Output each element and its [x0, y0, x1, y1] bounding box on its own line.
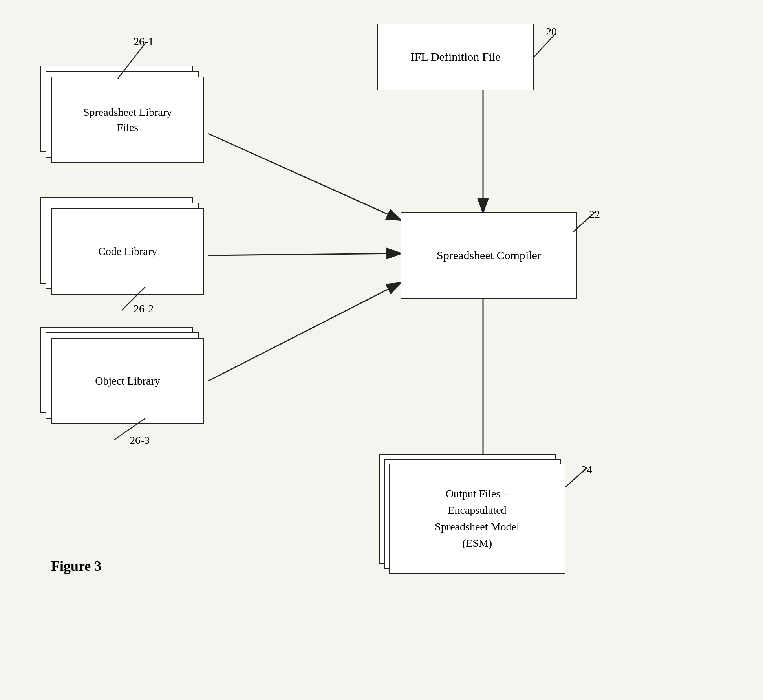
svg-line-9 [565, 467, 587, 487]
ref-26-1-line [110, 39, 157, 86]
object-library-label: Object Library [95, 373, 160, 388]
ifl-definition-file-box: IFL Definition File [377, 24, 534, 90]
output-files-label: Output Files –EncapsulatedSpreadsheet Mo… [435, 486, 519, 552]
spreadsheet-compiler-box: Spreadsheet Compiler [401, 212, 577, 299]
svg-line-11 [122, 287, 145, 310]
ref-22-line [569, 208, 601, 236]
svg-line-10 [118, 43, 145, 79]
diagram: IFL Definition File 20 Spreadsheet Compi… [0, 0, 763, 700]
spreadsheet-library-label: Spreadsheet LibraryFiles [83, 104, 172, 135]
figure-caption: Figure 3 [51, 558, 101, 574]
svg-line-4 [208, 134, 401, 220]
svg-line-5 [208, 253, 401, 255]
ref-26-2-line [114, 283, 161, 314]
svg-line-7 [534, 33, 556, 57]
svg-line-6 [208, 283, 401, 381]
ref-26-3-line [106, 414, 153, 446]
code-library-label: Code Library [98, 244, 157, 259]
svg-line-12 [114, 418, 145, 440]
ref-20-line [530, 29, 562, 61]
svg-line-8 [573, 212, 595, 232]
ref-24-line [562, 464, 593, 491]
